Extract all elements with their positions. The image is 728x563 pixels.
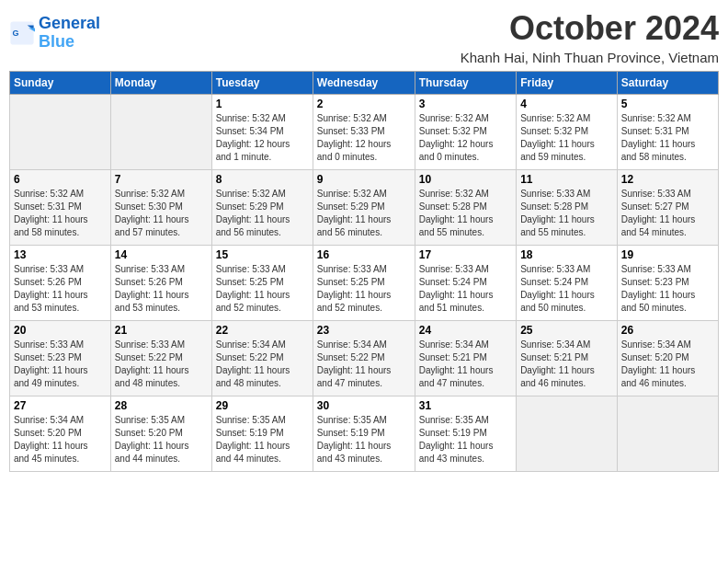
calendar-cell: 7Sunrise: 5:32 AM Sunset: 5:30 PM Daylig… (110, 170, 211, 246)
day-info: Sunrise: 5:33 AM Sunset: 5:25 PM Dayligh… (216, 263, 309, 315)
calendar-cell: 24Sunrise: 5:34 AM Sunset: 5:21 PM Dayli… (415, 321, 516, 396)
header-tuesday: Tuesday (211, 72, 313, 95)
location-title: Khanh Hai, Ninh Thuan Province, Vietnam (461, 50, 719, 65)
day-info: Sunrise: 5:34 AM Sunset: 5:22 PM Dayligh… (216, 339, 309, 390)
day-number: 30 (317, 399, 411, 412)
logo: G General Blue (9, 15, 100, 52)
day-info: Sunrise: 5:32 AM Sunset: 5:31 PM Dayligh… (621, 112, 714, 164)
day-info: Sunrise: 5:33 AM Sunset: 5:26 PM Dayligh… (14, 263, 107, 315)
day-number: 3 (419, 98, 512, 110)
header-friday: Friday (517, 72, 618, 95)
logo-icon: G (9, 20, 35, 46)
calendar-cell: 20Sunrise: 5:33 AM Sunset: 5:23 PM Dayli… (10, 321, 111, 396)
day-info: Sunrise: 5:32 AM Sunset: 5:34 PM Dayligh… (216, 112, 309, 164)
calendar-cell: 28Sunrise: 5:35 AM Sunset: 5:20 PM Dayli… (110, 396, 211, 472)
day-info: Sunrise: 5:33 AM Sunset: 5:22 PM Dayligh… (115, 339, 208, 390)
day-info: Sunrise: 5:32 AM Sunset: 5:29 PM Dayligh… (216, 188, 309, 239)
calendar-cell: 16Sunrise: 5:33 AM Sunset: 5:25 PM Dayli… (313, 246, 415, 321)
day-number: 27 (14, 399, 107, 412)
day-info: Sunrise: 5:32 AM Sunset: 5:33 PM Dayligh… (317, 112, 411, 164)
week-row-5: 27Sunrise: 5:34 AM Sunset: 5:20 PM Dayli… (10, 396, 719, 472)
day-info: Sunrise: 5:35 AM Sunset: 5:19 PM Dayligh… (419, 414, 512, 465)
calendar-cell: 8Sunrise: 5:32 AM Sunset: 5:29 PM Daylig… (211, 170, 313, 246)
calendar-cell: 3Sunrise: 5:32 AM Sunset: 5:32 PM Daylig… (415, 95, 516, 170)
day-number: 17 (419, 248, 512, 261)
calendar-cell (617, 396, 718, 472)
calendar-cell: 6Sunrise: 5:32 AM Sunset: 5:31 PM Daylig… (10, 170, 111, 246)
day-info: Sunrise: 5:32 AM Sunset: 5:28 PM Dayligh… (419, 188, 512, 239)
day-info: Sunrise: 5:33 AM Sunset: 5:27 PM Dayligh… (621, 188, 714, 239)
week-row-2: 6Sunrise: 5:32 AM Sunset: 5:31 PM Daylig… (10, 170, 719, 246)
svg-text:G: G (13, 29, 19, 38)
calendar-cell: 21Sunrise: 5:33 AM Sunset: 5:22 PM Dayli… (110, 321, 211, 396)
header-thursday: Thursday (415, 72, 516, 95)
day-number: 12 (621, 173, 714, 186)
day-info: Sunrise: 5:32 AM Sunset: 5:29 PM Dayligh… (317, 188, 411, 239)
calendar-cell: 23Sunrise: 5:34 AM Sunset: 5:22 PM Dayli… (313, 321, 415, 396)
day-info: Sunrise: 5:34 AM Sunset: 5:21 PM Dayligh… (520, 339, 613, 390)
calendar-cell: 22Sunrise: 5:34 AM Sunset: 5:22 PM Dayli… (211, 321, 313, 396)
calendar-cell (517, 396, 618, 472)
day-info: Sunrise: 5:33 AM Sunset: 5:23 PM Dayligh… (14, 339, 107, 390)
day-info: Sunrise: 5:33 AM Sunset: 5:25 PM Dayligh… (317, 263, 411, 315)
calendar-cell: 10Sunrise: 5:32 AM Sunset: 5:28 PM Dayli… (415, 170, 516, 246)
calendar-cell: 18Sunrise: 5:33 AM Sunset: 5:24 PM Dayli… (517, 246, 618, 321)
week-row-3: 13Sunrise: 5:33 AM Sunset: 5:26 PM Dayli… (10, 246, 719, 321)
calendar-cell: 19Sunrise: 5:33 AM Sunset: 5:23 PM Dayli… (617, 246, 718, 321)
logo-line2: Blue (39, 32, 74, 51)
calendar-cell: 15Sunrise: 5:33 AM Sunset: 5:25 PM Dayli… (211, 246, 313, 321)
day-number: 8 (216, 173, 309, 186)
day-info: Sunrise: 5:33 AM Sunset: 5:24 PM Dayligh… (419, 263, 512, 315)
day-number: 31 (419, 399, 512, 412)
day-number: 18 (520, 248, 613, 261)
day-info: Sunrise: 5:35 AM Sunset: 5:20 PM Dayligh… (115, 414, 208, 465)
day-info: Sunrise: 5:32 AM Sunset: 5:32 PM Dayligh… (419, 112, 512, 164)
calendar-cell: 2Sunrise: 5:32 AM Sunset: 5:33 PM Daylig… (313, 95, 415, 170)
day-number: 4 (520, 98, 613, 110)
calendar-cell: 17Sunrise: 5:33 AM Sunset: 5:24 PM Dayli… (415, 246, 516, 321)
day-number: 26 (621, 324, 714, 337)
day-number: 25 (520, 324, 613, 337)
calendar-cell: 11Sunrise: 5:33 AM Sunset: 5:28 PM Dayli… (517, 170, 618, 246)
day-info: Sunrise: 5:32 AM Sunset: 5:32 PM Dayligh… (520, 112, 613, 164)
calendar-cell (110, 95, 211, 170)
day-number: 5 (621, 98, 714, 110)
day-number: 15 (216, 248, 309, 261)
day-number: 14 (115, 248, 208, 261)
calendar-cell: 25Sunrise: 5:34 AM Sunset: 5:21 PM Dayli… (517, 321, 618, 396)
header-sunday: Sunday (10, 72, 111, 95)
logo-text: General Blue (39, 15, 100, 52)
day-info: Sunrise: 5:35 AM Sunset: 5:19 PM Dayligh… (317, 414, 411, 465)
day-info: Sunrise: 5:33 AM Sunset: 5:24 PM Dayligh… (520, 263, 613, 315)
day-number: 2 (317, 98, 411, 110)
calendar-cell: 30Sunrise: 5:35 AM Sunset: 5:19 PM Dayli… (313, 396, 415, 472)
day-number: 9 (317, 173, 411, 186)
month-title: October 2024 (461, 9, 719, 48)
day-number: 21 (115, 324, 208, 337)
day-info: Sunrise: 5:33 AM Sunset: 5:28 PM Dayligh… (520, 188, 613, 239)
calendar-table: SundayMondayTuesdayWednesdayThursdayFrid… (9, 71, 719, 472)
day-number: 16 (317, 248, 411, 261)
calendar-cell: 1Sunrise: 5:32 AM Sunset: 5:34 PM Daylig… (211, 95, 313, 170)
header-row: SundayMondayTuesdayWednesdayThursdayFrid… (10, 72, 719, 95)
day-info: Sunrise: 5:34 AM Sunset: 5:22 PM Dayligh… (317, 339, 411, 390)
header-wednesday: Wednesday (313, 72, 415, 95)
day-info: Sunrise: 5:34 AM Sunset: 5:21 PM Dayligh… (419, 339, 512, 390)
day-info: Sunrise: 5:35 AM Sunset: 5:19 PM Dayligh… (216, 414, 309, 465)
day-number: 20 (14, 324, 107, 337)
day-number: 28 (115, 399, 208, 412)
day-number: 10 (419, 173, 512, 186)
calendar-cell: 4Sunrise: 5:32 AM Sunset: 5:32 PM Daylig… (517, 95, 618, 170)
week-row-1: 1Sunrise: 5:32 AM Sunset: 5:34 PM Daylig… (10, 95, 719, 170)
day-info: Sunrise: 5:34 AM Sunset: 5:20 PM Dayligh… (621, 339, 714, 390)
day-number: 7 (115, 173, 208, 186)
day-number: 6 (14, 173, 107, 186)
calendar-cell: 13Sunrise: 5:33 AM Sunset: 5:26 PM Dayli… (10, 246, 111, 321)
header-saturday: Saturday (617, 72, 718, 95)
day-number: 29 (216, 399, 309, 412)
header-monday: Monday (110, 72, 211, 95)
day-info: Sunrise: 5:33 AM Sunset: 5:26 PM Dayligh… (115, 263, 208, 315)
day-info: Sunrise: 5:32 AM Sunset: 5:31 PM Dayligh… (14, 188, 107, 239)
calendar-cell: 26Sunrise: 5:34 AM Sunset: 5:20 PM Dayli… (617, 321, 718, 396)
day-number: 24 (419, 324, 512, 337)
